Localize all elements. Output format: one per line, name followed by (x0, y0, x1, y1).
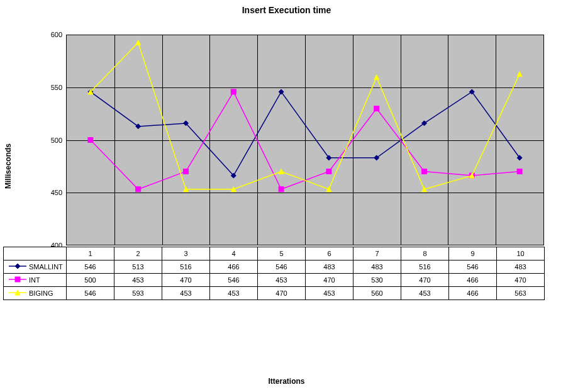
svg-rect-14 (279, 187, 284, 192)
svg-rect-12 (184, 169, 189, 174)
chart-page: Insert Execution time Milliseconds 600 5… (0, 0, 573, 392)
data-cell: 483 (353, 260, 401, 274)
table-header-row: 12345678910 (4, 247, 545, 260)
data-cell: 560 (353, 287, 401, 300)
series-name-cell: BIGING (4, 287, 67, 300)
y-axis-label: Milliseconds (4, 143, 13, 189)
data-cell: 453 (258, 274, 306, 287)
category-header: 2 (114, 247, 162, 260)
data-cell: 466 (210, 260, 258, 274)
table-corner (4, 247, 67, 260)
table-row: INT500453470546453470530470466470 (4, 274, 545, 287)
chart-title: Insert Execution time (0, 5, 573, 15)
category-header: 6 (306, 247, 353, 260)
svg-rect-15 (326, 169, 331, 174)
svg-rect-33 (15, 277, 20, 282)
data-cell: 470 (162, 274, 210, 287)
svg-rect-19 (517, 169, 522, 174)
data-cell: 546 (67, 260, 114, 274)
plot-area (66, 35, 544, 245)
y-tick-label: 600 (37, 31, 62, 38)
data-cell: 546 (258, 260, 306, 274)
data-cell: 483 (306, 260, 353, 274)
data-cell: 593 (114, 287, 162, 300)
svg-marker-26 (374, 75, 379, 80)
data-cell: 453 (306, 287, 353, 300)
chart-lines (67, 35, 543, 245)
series-name: SMALLINT (29, 263, 63, 271)
plot-area-wrap: 600 550 500 450 400 (66, 35, 544, 245)
data-cell: 453 (210, 287, 258, 300)
data-cell: 466 (449, 287, 497, 300)
svg-rect-13 (231, 89, 236, 94)
y-tick-label: 500 (37, 137, 62, 144)
data-cell: 453 (162, 287, 210, 300)
category-header: 9 (449, 247, 497, 260)
svg-marker-31 (15, 264, 20, 269)
category-header: 8 (401, 247, 449, 260)
svg-rect-10 (88, 138, 93, 143)
data-cell: 466 (449, 274, 497, 287)
legend-marker-icon (9, 262, 26, 271)
category-header: 7 (353, 247, 401, 260)
category-header: 1 (67, 247, 114, 260)
data-cell: 516 (401, 260, 449, 274)
data-cell: 530 (353, 274, 401, 287)
table-row: BIGING546593453453470453560453466563 (4, 287, 545, 300)
svg-marker-24 (279, 169, 284, 174)
data-cell: 453 (114, 274, 162, 287)
data-cell: 500 (67, 274, 114, 287)
data-cell: 483 (497, 260, 545, 274)
data-cell: 546 (449, 260, 497, 274)
data-cell: 470 (306, 274, 353, 287)
svg-marker-25 (326, 187, 331, 192)
y-tick-label: 550 (37, 84, 62, 91)
legend-marker-icon (9, 289, 26, 298)
category-header: 4 (210, 247, 258, 260)
data-cell: 470 (258, 287, 306, 300)
category-header: 3 (162, 247, 210, 260)
data-cell: 516 (162, 260, 210, 274)
series-name: INT (29, 276, 40, 284)
data-cell: 513 (114, 260, 162, 274)
series-name: BIGING (29, 289, 53, 297)
series-name-cell: INT (4, 274, 67, 287)
data-cell: 470 (497, 274, 545, 287)
y-tick-label: 450 (37, 189, 62, 196)
svg-marker-21 (136, 40, 141, 45)
data-table: 12345678910SMALLINT546513516466546483483… (3, 247, 545, 300)
category-header: 5 (258, 247, 306, 260)
data-cell: 546 (67, 287, 114, 300)
data-cell: 546 (210, 274, 258, 287)
legend-marker-icon (9, 276, 26, 284)
table-row: SMALLINT546513516466546483483516546483 (4, 260, 545, 274)
data-cell: 453 (401, 287, 449, 300)
svg-rect-17 (422, 169, 427, 174)
data-cell: 563 (497, 287, 545, 300)
category-header: 10 (497, 247, 545, 260)
data-cell: 470 (401, 274, 449, 287)
svg-rect-11 (136, 187, 141, 192)
svg-marker-29 (517, 72, 522, 77)
series-name-cell: SMALLINT (4, 260, 67, 274)
svg-rect-16 (374, 106, 379, 111)
x-axis-label: Itterations (0, 377, 573, 386)
